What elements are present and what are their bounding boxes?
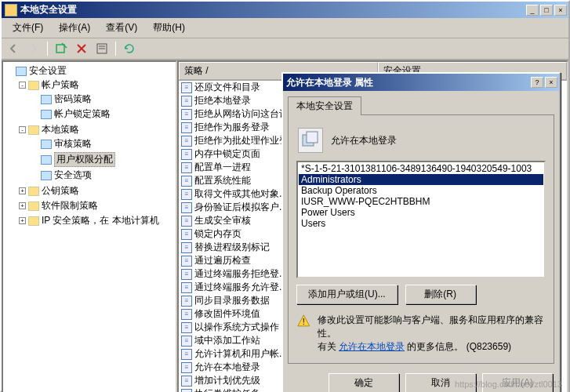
menu-help[interactable]: 帮助(H) [147, 20, 191, 36]
delete-button[interactable] [73, 40, 90, 57]
svg-rect-0 [56, 45, 64, 53]
menu-view[interactable]: 查看(V) [100, 20, 143, 36]
policy-item-icon: ≡ [181, 296, 192, 307]
warning-icon: ! [296, 314, 311, 329]
add-user-button[interactable]: 添加用户或组(U)... [296, 285, 398, 304]
policy-item-icon: ≡ [181, 202, 192, 213]
policy-item-icon: ≡ [181, 122, 192, 133]
user-row[interactable]: IUSR_WWW-PQEC2HTBBHM [299, 196, 543, 207]
policy-item-icon: ≡ [181, 309, 192, 320]
policy-item-icon: ≡ [181, 389, 192, 393]
tree-security-options[interactable]: 安全选项 [31, 169, 174, 182]
tree-account-policies[interactable]: -帐户策略 [19, 78, 174, 92]
main-titlebar[interactable]: 本地安全设置 _ □ × [2, 2, 568, 18]
policy-item-icon: ≡ [181, 376, 192, 387]
policy-item-icon: ≡ [181, 242, 192, 253]
user-row[interactable]: Users [299, 218, 543, 229]
tree-root[interactable]: 安全设置 [6, 64, 174, 78]
policy-item-icon: ≡ [181, 189, 192, 200]
dialog-heading: 允许在本地登录 [331, 134, 397, 147]
tree-local-policies[interactable]: -本地策略 [19, 123, 174, 136]
dialog-titlebar[interactable]: 允许在本地登录 属性 ? × [283, 74, 559, 91]
menubar: 文件(F) 操作(A) 查看(V) 帮助(H) [2, 18, 568, 38]
forward-button[interactable] [25, 40, 42, 57]
policy-item-icon: ≡ [181, 269, 192, 280]
tree-password-policy[interactable]: 密码策略 [31, 93, 174, 106]
tree-ip-security[interactable]: +IP 安全策略，在 本地计算机 [19, 214, 174, 227]
properties-button[interactable] [93, 40, 111, 57]
policy-item-icon: ≡ [181, 336, 192, 347]
watermark: https://blog.csdn.net/ztl0013 [455, 379, 562, 389]
policy-item-icon: ≡ [181, 176, 192, 187]
tree-audit-policy[interactable]: 审核策略 [31, 137, 174, 151]
policy-item-icon: ≡ [181, 216, 192, 227]
menu-action[interactable]: 操作(A) [53, 20, 96, 36]
dialog-tabs: 本地安全设置 [288, 96, 554, 114]
warning-text: 修改此设置可能影响与客户端、服务和应用程序的兼容性。 有关 允许在本地登录 的更… [318, 314, 546, 354]
policy-item-icon: ≡ [181, 82, 192, 93]
toolbar [2, 38, 568, 60]
tree-user-rights[interactable]: 用户权限分配 [31, 152, 174, 167]
tree-pane[interactable]: 安全设置 -帐户策略 密码策略 帐户锁定策略 -本地策略 审核策略 用户权限分配 [2, 60, 177, 392]
policy-item-icon: ≡ [181, 149, 192, 160]
policy-item-icon: ≡ [181, 229, 192, 240]
svg-rect-5 [307, 132, 318, 143]
maximize-button[interactable]: □ [540, 5, 553, 16]
warning-link[interactable]: 允许在本地登录 [339, 341, 405, 352]
policy-item-icon: ≡ [181, 109, 192, 120]
user-row[interactable]: *S-1-5-21-3101381106-3489136490-19403205… [299, 163, 543, 174]
policy-item-icon: ≡ [181, 282, 192, 293]
policy-item-icon: ≡ [181, 362, 192, 373]
tree-lockout-policy[interactable]: 帐户锁定策略 [31, 107, 174, 121]
close-button[interactable]: × [554, 5, 567, 16]
menu-file[interactable]: 文件(F) [6, 20, 49, 36]
minimize-button[interactable]: _ [526, 5, 539, 16]
tree-public-key[interactable]: +公钥策略 [19, 184, 174, 198]
user-row[interactable]: Administrators [299, 174, 543, 185]
dialog-close-button[interactable]: × [545, 77, 557, 88]
policy-item-icon: ≡ [181, 322, 192, 333]
policy-item-icon: ≡ [181, 256, 192, 267]
policy-item-icon: ≡ [181, 162, 192, 173]
export-button[interactable] [53, 40, 70, 57]
back-button[interactable] [5, 40, 22, 57]
user-row[interactable]: Backup Operators [299, 185, 543, 196]
policy-item-icon: ≡ [181, 136, 192, 147]
refresh-button[interactable] [121, 40, 138, 57]
dialog-title: 允许在本地登录 属性 [286, 76, 531, 89]
user-row[interactable]: Power Users [299, 207, 543, 218]
policy-item-icon: ≡ [181, 349, 192, 360]
properties-dialog: 允许在本地登录 属性 ? × 本地安全设置 允许在本地登录 *S-1-5-21-… [281, 72, 561, 392]
window-title: 本地安全设置 [20, 3, 526, 16]
tree-software-restriction[interactable]: +软件限制策略 [19, 199, 174, 212]
app-icon [5, 4, 17, 16]
dialog-help-button[interactable]: ? [531, 77, 543, 88]
user-list[interactable]: *S-1-5-21-3101381106-3489136490-19403205… [296, 161, 546, 278]
policy-icon [298, 128, 323, 153]
tab-local-security[interactable]: 本地安全设置 [288, 96, 361, 115]
policy-item-icon: ≡ [181, 96, 192, 107]
svg-text:!: ! [303, 317, 305, 326]
ok-button[interactable]: 确定 [329, 373, 399, 392]
remove-button[interactable]: 删除(R) [405, 285, 476, 304]
